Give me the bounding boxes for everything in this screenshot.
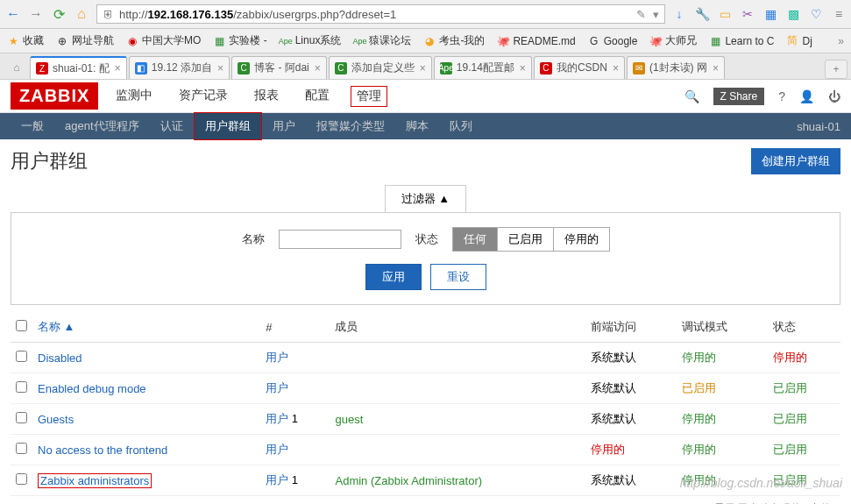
- col-name[interactable]: 名称 ▲: [32, 312, 260, 343]
- subnav-item[interactable]: 脚本: [395, 113, 439, 139]
- users-link[interactable]: 用户: [266, 351, 288, 364]
- bookmark-item[interactable]: ◉中国大学MO: [126, 33, 201, 48]
- home-tab-icon[interactable]: ⌂: [4, 56, 30, 79]
- table-row: No access to the frontend 用户 停用的 停用的 已启用: [11, 435, 840, 465]
- member-link[interactable]: Admin (Zabbix Administrator): [335, 474, 482, 487]
- reset-button[interactable]: 重设: [430, 264, 486, 290]
- group-name-link[interactable]: Zabbix administrators: [38, 473, 152, 488]
- close-icon[interactable]: ×: [613, 62, 619, 75]
- subnav-item[interactable]: 用户群组: [194, 112, 262, 140]
- subnav-item[interactable]: 队列: [439, 113, 483, 139]
- browser-tab[interactable]: ◧19.12 添加自×: [129, 56, 230, 79]
- status-option[interactable]: 停用的: [554, 228, 609, 251]
- bookmark-fav[interactable]: ★收藏: [7, 33, 44, 48]
- browser-tab[interactable]: C我的CSDN×: [534, 56, 625, 79]
- users-link[interactable]: 用户: [266, 412, 288, 425]
- back-icon[interactable]: ←: [5, 6, 21, 22]
- users-link[interactable]: 用户: [266, 443, 288, 456]
- subnav-item[interactable]: agent代理程序: [54, 113, 150, 139]
- select-all-checkbox[interactable]: [16, 320, 27, 331]
- filter-toggle[interactable]: 过滤器 ▲: [385, 185, 466, 212]
- browser-tab[interactable]: C添加自定义些×: [329, 56, 432, 79]
- url-bar[interactable]: ⛨ http://192.168.176.135/zabbix/usergrps…: [96, 4, 665, 24]
- bookmark-item[interactable]: GGoogle: [588, 35, 638, 47]
- dropdown-icon[interactable]: ▾: [653, 8, 659, 21]
- more-bookmarks-icon[interactable]: »: [838, 35, 844, 47]
- close-icon[interactable]: ×: [315, 62, 321, 75]
- row-checkbox[interactable]: [16, 412, 27, 423]
- status-cell[interactable]: 已启用: [768, 404, 840, 435]
- close-icon[interactable]: ×: [520, 62, 526, 75]
- help-icon[interactable]: ?: [778, 89, 785, 103]
- bookmark-item[interactable]: ▦Learn to C: [709, 35, 774, 47]
- browser-tab[interactable]: Zshuai-01: 配×: [30, 56, 127, 79]
- home-icon[interactable]: ⌂: [74, 6, 89, 22]
- share-button[interactable]: Z Share: [713, 88, 765, 105]
- shield2-icon[interactable]: ♡: [809, 7, 823, 21]
- debug-cell[interactable]: 停用的: [677, 343, 768, 373]
- nav-item[interactable]: 配置: [300, 86, 335, 107]
- group-name-link[interactable]: Guests: [38, 413, 74, 426]
- reload-icon[interactable]: ⟳: [51, 6, 67, 22]
- debug-cell[interactable]: 已启用: [677, 373, 768, 404]
- browser-tab[interactable]: Ape19.14配置邮×: [434, 56, 532, 79]
- group-name-link[interactable]: Disabled: [38, 351, 82, 365]
- status-option[interactable]: 已启用: [498, 228, 554, 251]
- apply-button[interactable]: 应用: [365, 264, 422, 290]
- browser-tab[interactable]: C博客 - 阿dai×: [231, 56, 327, 79]
- download-icon[interactable]: ↓: [672, 7, 686, 21]
- forward-icon[interactable]: →: [28, 6, 44, 22]
- qr-icon[interactable]: ▩: [786, 7, 800, 21]
- bookmark-item[interactable]: 简Dj: [786, 35, 812, 47]
- close-icon[interactable]: ×: [713, 62, 719, 75]
- bookmark-item[interactable]: ⊕网址导航: [56, 33, 114, 48]
- subnav-item[interactable]: 认证: [150, 113, 194, 139]
- screenshot-icon[interactable]: ▭: [718, 7, 732, 21]
- status-option[interactable]: 任何: [453, 228, 498, 251]
- user-count: 1: [292, 473, 298, 486]
- menu-icon[interactable]: ≡: [832, 7, 846, 21]
- zabbix-logo[interactable]: ZABBIX: [11, 82, 98, 110]
- row-checkbox[interactable]: [16, 443, 27, 454]
- users-link[interactable]: 用户: [266, 473, 288, 486]
- wand-icon[interactable]: ✎: [636, 8, 646, 21]
- row-checkbox[interactable]: [16, 381, 27, 393]
- nav-item[interactable]: 管理: [351, 86, 387, 107]
- group-name-link[interactable]: Enabled debug mode: [38, 382, 146, 395]
- subnav-item[interactable]: 报警媒介类型: [306, 113, 395, 139]
- user-icon[interactable]: 👤: [799, 89, 814, 103]
- scissors-icon[interactable]: ✂: [741, 7, 755, 21]
- wrench-icon[interactable]: 🔧: [695, 7, 709, 21]
- status-cell[interactable]: 已启用: [768, 373, 840, 404]
- debug-cell[interactable]: 停用的: [677, 404, 768, 435]
- nav-item[interactable]: 报表: [249, 86, 284, 107]
- new-tab-button[interactable]: +: [825, 60, 847, 79]
- row-checkbox[interactable]: [16, 473, 27, 485]
- search-icon[interactable]: 🔍: [684, 89, 699, 103]
- close-icon[interactable]: ×: [420, 62, 426, 75]
- bookmark-item[interactable]: 🐙README.md: [497, 35, 575, 47]
- close-icon[interactable]: ×: [115, 62, 121, 75]
- subnav-item[interactable]: 用户: [262, 113, 306, 139]
- create-group-button[interactable]: 创建用户群组: [751, 148, 840, 174]
- grid-icon[interactable]: ▦: [763, 7, 777, 21]
- row-checkbox[interactable]: [16, 351, 27, 362]
- close-icon[interactable]: ×: [217, 62, 223, 75]
- bookmark-item[interactable]: ▦实验楼 -: [213, 33, 266, 48]
- member-link[interactable]: guest: [335, 413, 363, 426]
- status-cell[interactable]: 停用的: [768, 343, 840, 373]
- power-icon[interactable]: ⏻: [828, 89, 840, 103]
- subnav-item[interactable]: 一般: [11, 113, 54, 139]
- bookmark-item[interactable]: 🐙大师兄: [649, 33, 697, 48]
- users-link[interactable]: 用户: [266, 381, 288, 394]
- browser-tab[interactable]: ✉(1封未读) 网×: [627, 56, 725, 79]
- nav-item[interactable]: 监测中: [110, 86, 158, 107]
- status-cell[interactable]: 已启用: [768, 435, 840, 465]
- nav-item[interactable]: 资产记录: [174, 86, 233, 107]
- debug-cell[interactable]: 停用的: [677, 435, 768, 465]
- bookmark-item[interactable]: Ape猿课论坛: [353, 33, 411, 48]
- group-name-link[interactable]: No access to the frontend: [38, 444, 167, 457]
- bookmark-item[interactable]: ApeLinux系统: [280, 33, 342, 48]
- name-input[interactable]: [279, 230, 401, 249]
- bookmark-item[interactable]: ◕考虫-我的: [423, 33, 485, 48]
